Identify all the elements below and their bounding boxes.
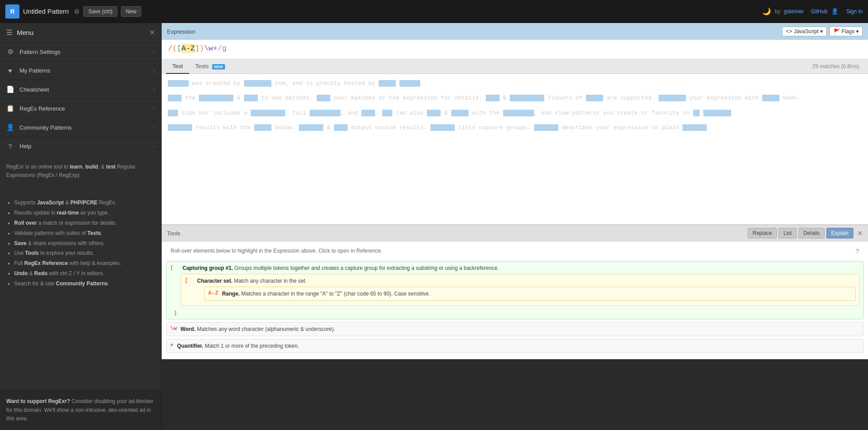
- tab-tests-label: Tests: [195, 63, 209, 69]
- details-button[interactable]: Details: [798, 228, 825, 238]
- expression-label: Expression: [167, 28, 195, 35]
- heart-icon: ♥: [6, 67, 14, 74]
- explain-group-body: Groups multiple tokens together and crea…: [234, 265, 499, 271]
- explain-group-desc: Capturing group #1. Groups multiple toke…: [182, 264, 499, 272]
- match: Text: [244, 95, 258, 101]
- chevron-right-icon: ›: [153, 124, 155, 131]
- feature-item: Roll over a match or expression for deta…: [14, 218, 155, 228]
- match: Explore: [168, 124, 192, 131]
- text-para-2: Edit the Expression & Text to see matche…: [168, 93, 862, 103]
- reference-icon: 📋: [6, 104, 14, 112]
- chevron-right-icon: ›: [153, 105, 155, 111]
- tab-tests[interactable]: Tests NEW: [189, 59, 231, 74]
- explain-range[interactable]: A–Z Range. Matches a character in the ra…: [204, 287, 856, 301]
- by-label: by: [775, 8, 780, 15]
- menu-icon: ☰: [6, 28, 12, 37]
- sidebar-item-regex-reference[interactable]: 📋 RegEx Reference ›: [0, 99, 161, 118]
- explain-capturing-group[interactable]: ( Capturing group #1. Groups multiple to…: [166, 261, 864, 319]
- language-dropdown[interactable]: <> JavaScript ▾: [782, 27, 827, 36]
- language-label: JavaScript ▾: [794, 28, 823, 35]
- flags-dropdown[interactable]: 🚩 Flags ▾: [829, 27, 863, 36]
- match: Media: [379, 80, 396, 87]
- explain-quantifier[interactable]: + Quantifier. Match 1 or more of the pre…: [166, 339, 864, 353]
- sidebar-item-label: Pattern Settings: [19, 49, 153, 55]
- match: Share: [451, 110, 469, 116]
- regex-bracket-close: ]: [195, 44, 199, 53]
- matches-count: 29 matches (0.8ms): [808, 60, 864, 73]
- sidebar-item-help[interactable]: ? Help ›: [0, 137, 161, 156]
- replace-button[interactable]: Replace: [748, 228, 777, 238]
- explain-button[interactable]: Explain: [826, 228, 853, 238]
- close-icon[interactable]: ✕: [149, 28, 155, 37]
- explain-quantifier-body: Match 1 or more of the preceding token.: [205, 343, 299, 349]
- help-icon[interactable]: ?: [856, 248, 859, 255]
- match: My: [693, 110, 700, 116]
- sidebar-item-label: Cheatsheet: [19, 86, 153, 93]
- signin-button[interactable]: Sign In: [846, 8, 863, 15]
- explain-word[interactable]: \w Word. Matches any word character (alp…: [166, 322, 864, 336]
- match: Edit: [168, 95, 182, 101]
- tab-text-label: Text: [172, 63, 183, 69]
- app-logo: R: [5, 4, 19, 19]
- explain-range-title: Range.: [222, 291, 240, 297]
- sidebar-info-text: RegExr is an online tool to learn, build…: [6, 163, 155, 180]
- cheatsheet-icon: 📄: [6, 85, 14, 93]
- match: Replace: [299, 124, 323, 131]
- tools-label: Tools: [167, 230, 746, 237]
- match: Save: [427, 110, 441, 116]
- explain-range-desc: Range. Matches a character in the range …: [222, 290, 430, 298]
- token-range: A–Z: [208, 290, 218, 296]
- token-paren-close: ): [174, 310, 177, 316]
- regex-input[interactable]: /([A-Z])\w+/g: [162, 40, 868, 59]
- expression-bar: Expression <> JavaScript ▾ 🚩 Flags ▾: [162, 23, 868, 40]
- match: Roll: [317, 95, 330, 101]
- github-link[interactable]: GitHub: [811, 8, 827, 15]
- regex-bracket-open: [: [177, 44, 181, 53]
- sidebar-item-label: Community Patterns: [19, 124, 153, 131]
- feature-item: Full RegEx Reference with help & example…: [14, 258, 155, 269]
- theme-toggle-icon[interactable]: 🌙: [762, 7, 771, 15]
- regex-paren-close: ): [199, 44, 204, 53]
- save-button[interactable]: Save (ctrl): [83, 6, 117, 17]
- match: Validate: [659, 95, 686, 101]
- match: RegExr: [168, 80, 189, 87]
- match: You: [382, 110, 392, 116]
- explain-group-title: Capturing group #1.: [182, 265, 233, 271]
- regex-flags: g: [222, 44, 226, 53]
- tab-text[interactable]: Text: [166, 59, 189, 74]
- logo-text: R: [10, 8, 15, 15]
- sidebar-item-cheatsheet[interactable]: 📄 Cheatsheet ›: [0, 80, 161, 99]
- main-layout: ☰ Menu ✕ ⚙ Pattern Settings › ♥ My Patte…: [0, 23, 868, 430]
- tools-close-icon[interactable]: ✕: [857, 229, 863, 238]
- community-icon: 👤: [6, 123, 14, 131]
- tools-section: Tools Replace List Details Explain ✕ ? R…: [162, 224, 868, 359]
- gear-icon[interactable]: ⚙: [74, 8, 80, 15]
- sidebar-item-my-patterns[interactable]: ♥ My Patterns ›: [0, 61, 161, 80]
- match: Expression: [199, 95, 233, 101]
- sidebar-item-pattern-settings[interactable]: ⚙ Pattern Settings ›: [0, 42, 161, 61]
- text-para-4: Explore results with the Tools below. Re…: [168, 123, 862, 133]
- topbar: R Untitled Pattern ⚙ Save (ctrl) New 🌙 b…: [0, 0, 868, 23]
- app-title: Untitled Pattern: [23, 8, 69, 15]
- feature-item: Save & share expressions with others.: [14, 238, 155, 249]
- explain-info-text: Roll-over elements below to highlight in…: [170, 248, 382, 254]
- new-button[interactable]: New: [121, 6, 141, 17]
- match: List: [334, 124, 348, 131]
- match: Tools: [254, 124, 271, 131]
- match: gskinner: [244, 80, 271, 87]
- match: Reference: [310, 110, 341, 116]
- match: Community: [503, 110, 534, 116]
- gskinner-link[interactable]: gskinner: [784, 8, 804, 15]
- match: Patterns: [703, 110, 731, 116]
- chevron-right-icon: ›: [153, 86, 155, 92]
- sidebar-support: Want to support RegExr? Consider disabli…: [0, 390, 161, 430]
- list-button[interactable]: List: [779, 228, 797, 238]
- text-area[interactable]: RegExr was created by gskinner.com, and …: [162, 74, 868, 224]
- code-icon: <>: [786, 28, 792, 35]
- explain-character-set[interactable]: [ Character set. Match any character in …: [181, 274, 860, 306]
- explain-word-body: Matches any word character (alphanumeric…: [197, 326, 335, 332]
- sidebar-item-community-patterns[interactable]: 👤 Community Patterns ›: [0, 118, 161, 137]
- match: Details: [430, 124, 455, 131]
- explain-range-body: Matches a character in the range "A" to …: [241, 291, 430, 297]
- chevron-right-icon: ›: [153, 49, 155, 55]
